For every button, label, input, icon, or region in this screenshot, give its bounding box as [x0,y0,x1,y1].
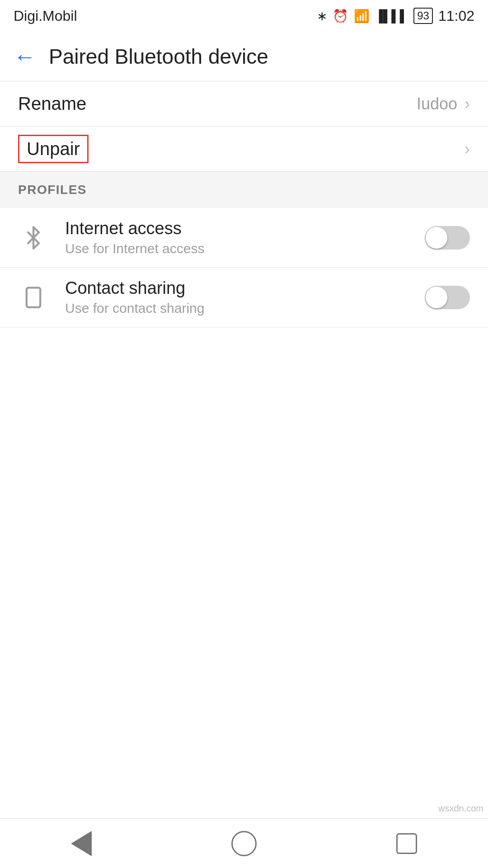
rename-value: Iudoo [417,94,457,113]
internet-access-text: Internet access Use for Internet access [65,219,204,256]
contact-sharing-row[interactable]: Contact sharing Use for contact sharing [0,268,488,327]
unpair-highlight: Unpair [18,135,89,163]
time-display: 11:02 [438,8,474,24]
carrier-label: Digi.Mobil [14,8,77,24]
rename-row[interactable]: Rename Iudoo › [0,81,488,127]
nav-home-button[interactable] [226,826,262,862]
back-button[interactable]: ← [14,45,36,68]
internet-access-row[interactable]: Internet access Use for Internet access [0,208,488,268]
internet-access-content: Internet access Use for Internet access [18,219,204,256]
wifi-status-icon: 📶 [354,9,370,24]
contact-sharing-content: Contact sharing Use for contact sharing [18,278,204,316]
rename-chevron: › [465,94,470,113]
profiles-section-header: PROFILES [0,172,488,208]
rename-right: Iudoo › [417,94,470,113]
internet-access-toggle[interactable] [425,226,470,250]
unpair-chevron: › [465,140,470,159]
internet-access-toggle-knob [426,227,447,249]
contact-sharing-subtitle: Use for contact sharing [65,301,204,316]
nav-bar [0,818,488,868]
nav-home-icon [231,831,257,856]
alarm-status-icon: ⏰ [333,9,348,24]
profiles-section-label: PROFILES [18,183,87,197]
nav-recents-icon [396,833,417,854]
contact-sharing-toggle-knob [426,287,447,308]
contact-sharing-title: Contact sharing [65,278,204,298]
unpair-label: Unpair [27,139,80,159]
watermark: wsxdn.com [438,803,483,814]
rename-label: Rename [18,94,86,114]
nav-recents-button[interactable] [389,826,425,862]
bluetooth-icon [18,222,49,253]
internet-access-subtitle: Use for Internet access [65,241,204,256]
status-bar: Digi.Mobil ∗ ⏰ 📶 ▐▌▌▌ 93 11:02 [0,0,488,32]
nav-back-icon [71,831,92,856]
bluetooth-status-icon: ∗ [317,9,327,24]
unpair-row[interactable]: Unpair › [0,127,488,172]
app-bar: ← Paired Bluetooth device [0,32,488,81]
nav-back-button[interactable] [63,826,99,862]
internet-access-title: Internet access [65,219,204,238]
contact-sharing-text: Contact sharing Use for contact sharing [65,278,204,316]
status-icons: ∗ ⏰ 📶 ▐▌▌▌ 93 11:02 [317,8,474,24]
signal-icon: ▐▌▌▌ [375,9,408,23]
svg-rect-0 [27,288,40,307]
battery-indicator: 93 [413,8,433,24]
contact-sharing-toggle[interactable] [425,286,470,309]
page-title: Paired Bluetooth device [49,44,268,69]
phone-icon [18,282,49,313]
